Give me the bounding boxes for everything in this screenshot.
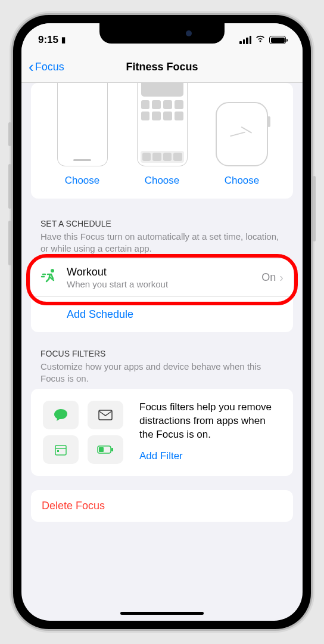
home-screen-option[interactable]: Choose — [125, 83, 199, 187]
filters-description: Customize how your apps and device behav… — [40, 361, 284, 384]
chevron-right-icon: › — [279, 271, 284, 284]
messages-icon — [43, 401, 79, 429]
focus-filters-card: Focus filters help you remove distractio… — [31, 389, 293, 476]
svg-rect-1 — [99, 410, 112, 420]
choose-home-screen[interactable]: Choose — [145, 175, 180, 187]
signal-icon — [239, 36, 251, 44]
workout-status: On — [261, 271, 276, 284]
mail-icon — [88, 401, 123, 429]
calendar-icon — [43, 435, 79, 464]
delete-focus-label: Delete Focus — [42, 500, 105, 512]
battery-icon — [269, 36, 286, 44]
add-schedule-row[interactable]: Add Schedule — [31, 296, 293, 332]
schedule-section-header: SET A SCHEDULE Have this Focus turn on a… — [31, 219, 293, 259]
svg-rect-7 — [111, 448, 113, 451]
filters-section-header: FOCUS FILTERS Customize how your apps an… — [31, 349, 293, 389]
status-time: 9:15 ▮ — [38, 34, 66, 46]
schedule-title: SET A SCHEDULE — [40, 219, 284, 228]
nav-bar: ‹ Focus Fitness Focus — [21, 52, 303, 83]
back-button[interactable]: ‹ Focus — [29, 58, 64, 76]
watch-face-option[interactable]: Choose — [205, 83, 279, 187]
back-label: Focus — [35, 61, 64, 73]
lock-screen-option[interactable]: Choose — [45, 83, 119, 187]
wifi-icon — [255, 35, 266, 45]
svg-rect-6 — [99, 447, 104, 452]
choose-lock-screen[interactable]: Choose — [65, 175, 100, 187]
low-power-icon — [88, 435, 123, 464]
workout-title: Workout — [67, 266, 261, 278]
home-indicator[interactable] — [120, 612, 204, 615]
workout-schedule-row[interactable]: Workout When you start a workout On › — [31, 259, 293, 296]
delete-focus-button[interactable]: Delete Focus — [31, 490, 293, 522]
filter-icon-grid — [43, 401, 126, 464]
filters-help-text: Focus filters help you remove distractio… — [139, 401, 281, 442]
svg-point-0 — [51, 269, 54, 273]
customize-screens-card: Choose — [31, 83, 293, 199]
add-schedule-label: Add Schedule — [67, 308, 133, 320]
workout-icon — [40, 268, 60, 287]
svg-rect-4 — [57, 450, 59, 452]
add-filter-button[interactable]: Add Filter — [139, 450, 281, 462]
svg-rect-2 — [55, 445, 66, 455]
schedule-description: Have this Focus turn on automatically at… — [40, 231, 284, 254]
filters-title: FOCUS FILTERS — [40, 349, 284, 358]
choose-watch-face[interactable]: Choose — [225, 175, 260, 187]
chevron-left-icon: ‹ — [29, 58, 34, 76]
workout-subtitle: When you start a workout — [67, 279, 261, 289]
